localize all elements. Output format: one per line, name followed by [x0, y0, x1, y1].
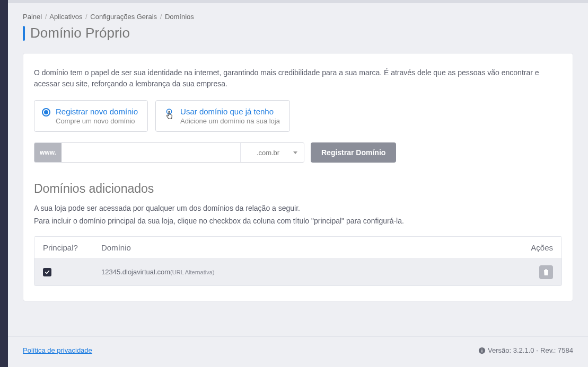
domain-input-group: www. .com.br — [34, 142, 304, 163]
info-icon — [478, 347, 486, 354]
breadcrumb-link-aplicativos[interactable]: Aplicativos — [49, 13, 82, 21]
domains-table: Principal? Domínio Ações 12345.dlojavirt… — [34, 236, 562, 286]
added-domains-helper: A sua loja pode ser acessada por qualque… — [34, 202, 562, 228]
svg-rect-3 — [481, 348, 482, 349]
sidebar-strip — [0, 0, 8, 367]
option-row: Registrar novo domínio Compre um novo do… — [34, 100, 562, 132]
page-title-row: Domínio Próprio — [23, 25, 573, 41]
tap-icon — [163, 108, 175, 122]
page-title: Domínio Próprio — [30, 25, 130, 41]
intro-text: O domínio tem o papel de ser sua identid… — [34, 67, 562, 89]
option-register-domain[interactable]: Registrar novo domínio Compre um novo do… — [34, 100, 148, 132]
register-domain-button[interactable]: Registrar Domínio — [311, 142, 396, 163]
breadcrumb-current: Domínios — [165, 13, 194, 21]
option-existing-title: Usar domínio que já tenho — [180, 107, 280, 116]
main-card: O domínio tem o papel de ser sua identid… — [23, 53, 573, 301]
added-domains-title: Domínios adicionados — [34, 182, 562, 196]
svg-rect-2 — [481, 350, 482, 352]
footer: Política de privacidade Versão: 3.2.1.0 … — [8, 336, 588, 367]
delete-domain-button[interactable] — [539, 265, 553, 279]
breadcrumb-link-config[interactable]: Configurações Gerais — [90, 13, 157, 21]
breadcrumb: Painel / Aplicativos / Configurações Ger… — [23, 13, 573, 21]
version-info: Versão: 3.2.1.0 - Rev.: 7584 — [478, 346, 573, 354]
option-register-title: Registrar novo domínio — [56, 107, 138, 116]
domain-input[interactable] — [62, 143, 240, 162]
option-use-existing-domain[interactable]: Usar domínio que já tenho Adicione um do… — [155, 100, 290, 132]
table-row: 12345.dlojavirtual.com(URL Alternativa) — [34, 259, 561, 285]
option-register-sub: Compre um novo domínio — [56, 117, 138, 125]
col-header-actions: Ações — [516, 243, 553, 252]
table-header: Principal? Domínio Ações — [34, 237, 561, 259]
option-existing-sub: Adicione um domínio na sua loja — [180, 117, 280, 125]
privacy-link[interactable]: Política de privacidade — [23, 346, 92, 354]
title-accent-bar — [23, 26, 25, 41]
domain-cell: 12345.dlojavirtual.com(URL Alternativa) — [101, 268, 516, 276]
trash-icon — [543, 268, 549, 276]
extension-value: .com.br — [257, 149, 279, 157]
col-header-principal: Principal? — [43, 243, 101, 252]
col-header-domain: Domínio — [101, 243, 516, 252]
domain-input-row: www. .com.br Registrar Domínio — [34, 142, 562, 163]
breadcrumb-link-painel[interactable]: Painel — [23, 13, 42, 21]
extension-select[interactable]: .com.br — [240, 143, 304, 162]
www-prefix: www. — [34, 143, 62, 162]
radio-icon — [42, 108, 50, 117]
principal-checkbox[interactable] — [43, 268, 51, 276]
